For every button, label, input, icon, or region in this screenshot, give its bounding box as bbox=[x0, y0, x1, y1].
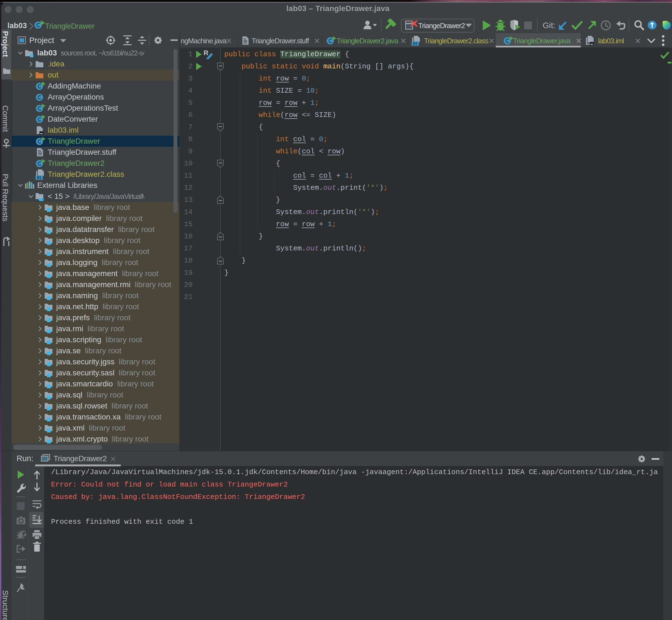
svg-text:R: R bbox=[204, 49, 208, 57]
svg-text:01: 01 bbox=[37, 175, 41, 180]
svg-text:01: 01 bbox=[413, 41, 417, 46]
